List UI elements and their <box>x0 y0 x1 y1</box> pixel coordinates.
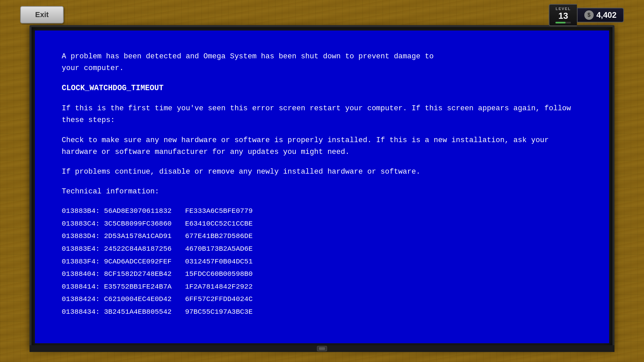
tech-val2: 15FDCC60B00598B0 <box>185 268 253 280</box>
money-value: 4,402 <box>596 10 616 20</box>
monitor-frame: A problem has been detected and Omega Sy… <box>30 25 614 349</box>
tech-addr: 013883C4: 3C5CB8099FC36860 <box>62 218 172 230</box>
tech-val2: 0312457F0B04DC51 <box>185 256 253 267</box>
level-label: LEVEL <box>555 7 571 11</box>
table-row: 01388424: C6210004EC4E0D426FF57C2FFDD402… <box>62 294 582 305</box>
tech-info: Technical information: 013883B4: 56AD8E3… <box>62 186 582 318</box>
tech-val2: 4670B173B2A5AD6E <box>185 243 253 255</box>
tech-rows: 013883B4: 56AD8E3070611832FE333A6C5BFE07… <box>62 205 582 317</box>
tech-addr: 013883B4: 56AD8E3070611832 <box>62 205 172 217</box>
level-box: LEVEL 13 <box>549 4 577 26</box>
bsod-paragraph2: If this is the first time you've seen th… <box>62 103 582 126</box>
monitor-bottom <box>30 345 614 352</box>
table-row: 01388434: 3B2451A4EB80554297BC55C197A3BC… <box>62 306 582 318</box>
table-row: 01388404: 8CF1582D2748EB4215FDCC60B00598… <box>62 268 582 280</box>
tech-addr: 01388434: 3B2451A4EB805542 <box>62 306 172 318</box>
tech-addr: 013883D4: 2D53A1578A1CAD91 <box>62 231 172 242</box>
table-row: 01388414: E35752BB1FE24B7A1F2A7814842F29… <box>62 281 582 293</box>
exit-button[interactable]: Exit <box>20 6 64 23</box>
tech-addr: 01388404: 8CF1582D2748EB42 <box>62 268 172 280</box>
tech-val2: 1F2A7814842F2922 <box>185 281 253 293</box>
bsod-line1: A problem has been detected and Omega Sy… <box>62 51 582 74</box>
level-bar <box>555 22 566 23</box>
table-row: 013883B4: 56AD8E3070611832FE333A6C5BFE07… <box>62 205 582 217</box>
tech-val2: E63410CC52C1CCBE <box>185 218 253 230</box>
dollar-symbol: $ <box>587 12 590 18</box>
bsod-content: A problem has been detected and Omega Sy… <box>35 31 609 339</box>
money-box: $ 4,402 <box>577 8 624 22</box>
tech-val2: 677E41BB27D586DE <box>185 231 253 242</box>
tech-addr: 013883E4: 24522C84A8187256 <box>62 243 172 255</box>
monitor-screen: A problem has been detected and Omega Sy… <box>35 31 609 343</box>
level-value: 13 <box>558 11 568 21</box>
dollar-icon: $ <box>584 10 594 20</box>
table-row: 013883D4: 2D53A1578A1CAD91677E41BB27D586… <box>62 231 582 242</box>
tech-label: Technical information: <box>62 186 582 197</box>
table-row: 013883F4: 9CAD6ADCCE092FEF0312457F0B04DC… <box>62 256 582 267</box>
bsod-paragraph4: If problems continue, disable or remove … <box>62 166 582 178</box>
tech-addr: 013883F4: 9CAD6ADCCE092FEF <box>62 256 172 267</box>
exit-label: Exit <box>35 10 49 19</box>
tech-val2: 97BC55C197A3BC3E <box>185 306 253 318</box>
hud: LEVEL 13 $ 4,402 <box>549 4 624 26</box>
tech-addr: 01388424: C6210004EC4E0D42 <box>62 294 172 305</box>
bsod-paragraph3: Check to make sure any new hardware or s… <box>62 134 582 158</box>
monitor-indicator <box>317 346 327 351</box>
tech-val2: 6FF57C2FFDD4024C <box>185 294 253 305</box>
table-row: 013883C4: 3C5CB8099FC36860E63410CC52C1CC… <box>62 218 582 230</box>
level-bar-container <box>555 22 571 23</box>
tech-addr: 01388414: E35752BB1FE24B7A <box>62 281 172 293</box>
bsod-error-code: CLOCK_WATCHDOG_TIMEOUT <box>62 82 582 95</box>
table-row: 013883E4: 24522C84A81872564670B173B2A5AD… <box>62 243 582 255</box>
tech-val2: FE333A6C5BFE0779 <box>185 205 253 217</box>
